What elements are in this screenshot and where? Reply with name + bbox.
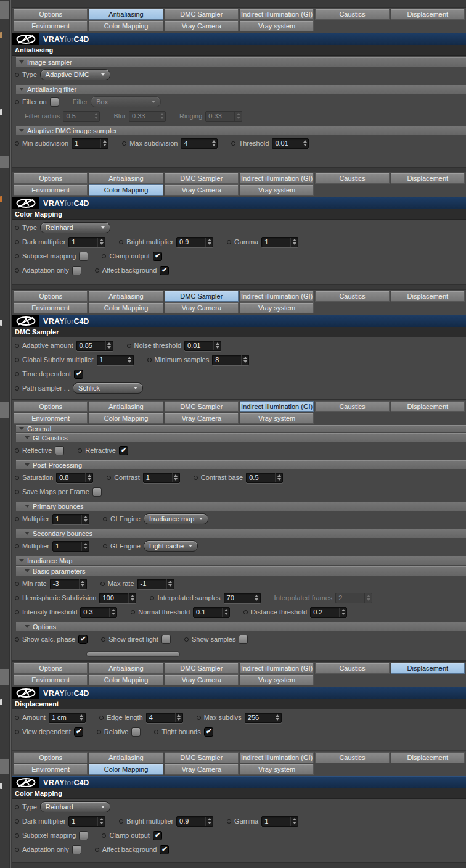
gamma-field[interactable]: 1 [261, 816, 298, 827]
normal-threshold-field[interactable]: 0.1 [193, 607, 230, 618]
subpixel-mapping-checkbox[interactable] [79, 831, 88, 840]
tab-dmc-sampler[interactable]: DMC Sampler [165, 9, 239, 20]
tab-displacement[interactable]: Displacement [391, 663, 465, 674]
tab-environment[interactable]: Environment [14, 674, 88, 685]
tab-color-mapping[interactable]: Color Mapping [89, 184, 163, 196]
tab-environment[interactable]: Environment [14, 184, 88, 196]
tab-antialiasing[interactable]: Antialiasing [89, 752, 163, 763]
tab-antialiasing[interactable]: Antialiasing [89, 401, 163, 412]
tab-color-mapping[interactable]: Color Mapping [89, 674, 163, 685]
tab-indirect-illumination-gi[interactable]: Indirect illumination (GI) [240, 9, 314, 20]
tab-displacement[interactable]: Displacement [391, 752, 465, 763]
tab-indirect-illumination-gi[interactable]: Indirect illumination (GI) [240, 663, 314, 674]
filter-on-checkbox[interactable] [50, 97, 59, 107]
tab-environment[interactable]: Environment [14, 302, 88, 313]
intensity-threshold-field[interactable]: 0.3 [80, 607, 117, 618]
group-basic-parameters[interactable]: Basic parameters [16, 566, 466, 576]
tab-dmc-sampler[interactable]: DMC Sampler [165, 401, 239, 412]
minimum-samples-field[interactable]: 8 [212, 355, 249, 365]
clamp-output-checkbox[interactable]: ✔ [153, 831, 162, 840]
interpolated-samples-field[interactable]: 70 [224, 593, 261, 603]
gi-engine-dropdown[interactable]: Irradiance map [144, 513, 208, 524]
tab-indirect-illumination-gi[interactable]: Indirect illumination (GI) [240, 752, 314, 763]
tab-environment[interactable]: Environment [14, 20, 88, 31]
tab-antialiasing[interactable]: Antialiasing [89, 9, 163, 20]
tab-indirect-illumination-gi[interactable]: Indirect illumination (GI) [240, 173, 314, 184]
multiplier-field[interactable]: 1 [52, 514, 89, 524]
tab-antialiasing[interactable]: Antialiasing [89, 663, 163, 674]
tab-caustics[interactable]: Caustics [315, 663, 389, 674]
affect-background-checkbox[interactable]: ✔ [160, 266, 169, 275]
tab-vray-camera[interactable]: Vray Camera [165, 20, 239, 31]
tab-color-mapping[interactable]: Color Mapping [89, 302, 163, 313]
tab-environment[interactable]: Environment [14, 413, 88, 424]
tab-caustics[interactable]: Caustics [315, 752, 389, 763]
tab-options[interactable]: Options [14, 401, 88, 412]
global-subdiv-multiplier-field[interactable]: 1 [97, 355, 134, 365]
affect-background-checkbox[interactable]: ✔ [160, 845, 169, 854]
adaptive-amount-field[interactable]: 0.85 [76, 341, 113, 351]
relative-checkbox[interactable] [131, 727, 141, 737]
tab-dmc-sampler[interactable]: DMC Sampler [165, 173, 239, 184]
reflective-checkbox[interactable] [55, 446, 64, 455]
view-dependent-checkbox[interactable]: ✔ [74, 727, 83, 737]
threshold-field[interactable]: 0.01 [272, 138, 309, 149]
tab-vray-camera[interactable]: Vray Camera [165, 764, 239, 775]
tab-vray-system[interactable]: Vray system [240, 674, 314, 685]
max-rate-field[interactable]: -1 [137, 579, 174, 589]
distance-threshold-field[interactable]: 0.2 [310, 607, 347, 618]
adaptation-only-checkbox[interactable] [72, 266, 81, 275]
tab-vray-camera[interactable]: Vray Camera [165, 413, 239, 424]
gi-engine-dropdown[interactable]: Light cache [144, 540, 198, 552]
tab-displacement[interactable]: Displacement [391, 291, 465, 302]
tab-vray-camera[interactable]: Vray Camera [165, 674, 239, 685]
saturation-field[interactable]: 0.8 [56, 473, 93, 483]
show-calc-phase-checkbox[interactable]: ✔ [78, 635, 88, 644]
tight-bounds-checkbox[interactable]: ✔ [204, 727, 213, 737]
tab-color-mapping[interactable]: Color Mapping [89, 413, 163, 424]
type-dropdown[interactable]: Reinhard [40, 801, 110, 812]
group-secondary-bounces[interactable]: Secondary bounces [16, 529, 466, 538]
tab-options[interactable]: Options [14, 663, 88, 674]
tab-displacement[interactable]: Displacement [391, 173, 465, 184]
min-rate-field[interactable]: -3 [50, 579, 87, 589]
tab-vray-system[interactable]: Vray system [240, 184, 314, 196]
tab-indirect-illumination-gi[interactable]: Indirect illumination (GI) [240, 401, 314, 412]
tab-indirect-illumination-gi[interactable]: Indirect illumination (GI) [240, 291, 314, 302]
group-post-processing[interactable]: Post-Processing [16, 460, 466, 469]
tab-options[interactable]: Options [14, 9, 88, 20]
refractive-checkbox[interactable]: ✔ [119, 446, 128, 455]
dark-multiplier-field[interactable]: 1 [68, 237, 105, 247]
clamp-output-checkbox[interactable]: ✔ [153, 252, 162, 261]
edge-length-field[interactable]: 4 [146, 713, 183, 723]
group-irradiance-map[interactable]: Irradiance Map [16, 556, 466, 565]
tab-antialiasing[interactable]: Antialiasing [89, 173, 163, 184]
tab-displacement[interactable]: Displacement [391, 9, 465, 20]
tab-caustics[interactable]: Caustics [315, 9, 389, 20]
scrollbar-handle[interactable] [86, 651, 180, 657]
tab-vray-system[interactable]: Vray system [240, 302, 314, 313]
save-maps-per-frame-checkbox[interactable] [92, 487, 102, 497]
group-general[interactable]: General [16, 425, 466, 432]
contrast-base-field[interactable]: 0.5 [246, 473, 283, 483]
show-direct-light-checkbox[interactable] [161, 635, 171, 644]
group-primary-bounces[interactable]: Primary bounces [16, 502, 466, 511]
amount-field[interactable]: 1 cm [49, 713, 86, 723]
tab-options[interactable]: Options [14, 752, 88, 763]
show-samples-checkbox[interactable] [239, 635, 248, 644]
group-image-sampler[interactable]: Image sampler [16, 57, 466, 67]
group-antialiasing-filter[interactable]: Antialiasing filter [16, 85, 466, 94]
tab-color-mapping[interactable]: Color Mapping [89, 764, 163, 775]
bright-multiplier-field[interactable]: 0.9 [176, 816, 213, 827]
contrast-field[interactable]: 1 [143, 473, 180, 483]
hemispheric-subdivision-field[interactable]: 100 [99, 593, 136, 603]
tab-displacement[interactable]: Displacement [391, 401, 465, 412]
tab-vray-camera[interactable]: Vray Camera [165, 302, 239, 313]
tab-dmc-sampler[interactable]: DMC Sampler [165, 291, 239, 302]
tab-caustics[interactable]: Caustics [315, 173, 389, 184]
max-subdivision-field[interactable]: 4 [181, 138, 218, 149]
min-subdivision-field[interactable]: 1 [72, 138, 108, 149]
tab-vray-camera[interactable]: Vray Camera [165, 184, 239, 196]
noise-threshold-field[interactable]: 0.01 [184, 341, 221, 351]
tab-options[interactable]: Options [14, 291, 88, 302]
